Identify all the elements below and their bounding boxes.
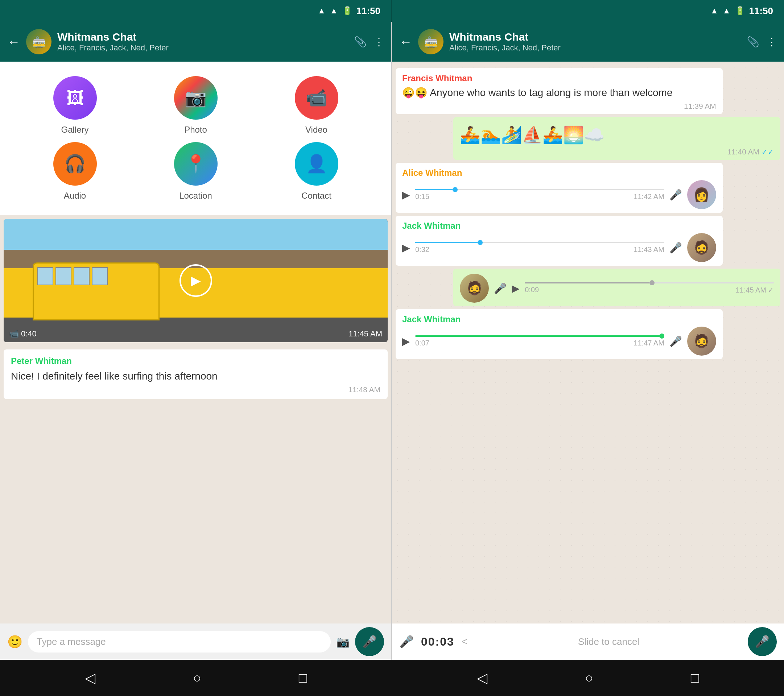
outgoing-audio-info: 0:09 11:45 AM ✓	[525, 286, 774, 295]
location-icon: 📍	[185, 154, 207, 174]
recents-nav-icon-right[interactable]: □	[691, 670, 699, 686]
attachment-icon-right[interactable]: 📎	[747, 36, 759, 48]
jack-audio-info-1: 0:32 11:43 AM	[415, 245, 664, 254]
more-icon-left[interactable]: ⋮	[374, 36, 384, 48]
attachment-gallery[interactable]: 🖼 Gallery	[39, 76, 111, 135]
photo-circle: 📷	[174, 76, 217, 120]
jack-avatar-2: 🧔	[687, 327, 716, 355]
recording-timer: 00:03	[421, 635, 455, 648]
header-icons-left: 📎 ⋮	[354, 36, 384, 48]
jack-play-btn-2[interactable]: ▶	[402, 335, 410, 347]
francis-message: Francis Whitman 😜😝 Anyone who wants to t…	[395, 68, 723, 114]
chat-title-left: Whitmans Chat	[57, 31, 348, 43]
jack-audio-player-2: ▶ 0:07 11:47 AM 🎤 🧔	[402, 327, 716, 355]
signal-icon-r: ▲	[723, 6, 731, 16]
attachment-contact[interactable]: 👤 Contact	[280, 142, 353, 201]
left-chat-header: ← 🚋 Whitmans Chat Alice, Francis, Jack, …	[0, 22, 391, 62]
alice-mic-icon: 🎤	[669, 189, 682, 201]
camera-button[interactable]: 📷	[336, 635, 349, 648]
attachment-video[interactable]: 📹 Video	[280, 76, 353, 135]
avatar-left: 🚋	[26, 29, 51, 54]
outgoing-audio-message: 🧔 🎤 ▶ 0:09 11:45 AM ✓	[453, 268, 781, 306]
emoji-button[interactable]: 🙂	[7, 634, 23, 649]
main-content: ← 🚋 Whitmans Chat Alice, Francis, Jack, …	[0, 22, 784, 660]
attachment-icon-left[interactable]: 📎	[354, 36, 367, 48]
time-left: 11:50	[356, 5, 381, 16]
attachment-menu: 🖼 Gallery 📷 Photo 📹 Video	[0, 62, 391, 216]
outgoing-time: 11:45 AM	[735, 286, 766, 295]
outgoing-mic-icon: 🎤	[494, 282, 507, 295]
gallery-circle: 🖼	[53, 76, 97, 120]
attachment-location[interactable]: 📍 Location	[160, 142, 232, 201]
recording-mic-icon: 🎤	[399, 635, 414, 648]
contact-circle: 👤	[295, 142, 338, 186]
bottom-nav-left: ◁ ○ □	[0, 670, 392, 686]
jack-mic-icon-1: 🎤	[669, 242, 682, 254]
back-button-right[interactable]: ←	[399, 34, 412, 49]
bottom-nav: ◁ ○ □ ◁ ○ □	[0, 660, 784, 696]
slide-to-cancel: Slide to cancel	[477, 636, 741, 647]
header-icons-right: 📎 ⋮	[747, 36, 777, 48]
recents-nav-icon-left[interactable]: □	[299, 670, 307, 686]
jack-sender-2: Jack Whitman	[402, 314, 716, 324]
video-thumbnail[interactable]: ▶ 📹 0:40 11:45 AM	[3, 219, 388, 342]
video-label: Video	[305, 125, 328, 135]
location-label: Location	[179, 191, 212, 201]
peter-sender-name: Peter Whitman	[11, 356, 380, 366]
video-circle: 📹	[295, 76, 338, 120]
chat-title-right: Whitmans Chat	[449, 31, 741, 43]
attachment-row-1: 🖼 Gallery 📷 Photo 📹 Video	[15, 76, 377, 135]
alice-duration: 0:15	[415, 193, 429, 201]
alice-progress-fill	[415, 189, 453, 190]
home-nav-icon-left[interactable]: ○	[193, 670, 201, 686]
francis-text: Anyone who wants to tag along is more th…	[430, 87, 672, 98]
mic-icon-right: 🎤	[755, 635, 769, 648]
avatar-right: 🚋	[418, 29, 443, 54]
jack-audio-player-1: ▶ 0:32 11:43 AM 🎤 🧔	[402, 233, 716, 262]
back-nav-icon-right[interactable]: ◁	[477, 670, 488, 686]
right-chat-header: ← 🚋 Whitmans Chat Alice, Francis, Jack, …	[392, 22, 784, 62]
attachment-row-2: 🎧 Audio 📍 Location 👤 Contact	[15, 142, 377, 201]
alice-audio-player: ▶ 0:15 11:42 AM 🎤 👩	[402, 180, 716, 209]
jack-play-btn-1[interactable]: ▶	[402, 242, 410, 254]
gallery-icon: 🖼	[66, 88, 84, 108]
video-time: 11:45 AM	[349, 329, 382, 339]
bottom-nav-right: ◁ ○ □	[392, 670, 784, 686]
jack-mic-icon-2: 🎤	[669, 335, 682, 347]
jack-progress-dot-2	[659, 334, 664, 339]
emoji-stickers: 🚣🏊🏄⛵🚣🌅☁️	[460, 122, 774, 148]
contact-label: Contact	[301, 191, 331, 201]
alice-play-btn[interactable]: ▶	[402, 189, 410, 201]
jack-progress-fill-2	[415, 335, 664, 337]
back-nav-icon-left[interactable]: ◁	[85, 670, 96, 686]
double-check-icon: ✓✓	[761, 148, 774, 156]
outgoing-play-btn[interactable]: ▶	[512, 282, 520, 295]
attachment-audio[interactable]: 🎧 Audio	[39, 142, 111, 201]
jack-duration-2: 0:07	[415, 339, 429, 347]
video-duration: 📹 0:40	[9, 329, 36, 339]
francis-time: 11:39 AM	[402, 102, 716, 110]
outgoing-audio-bar: 0:09 11:45 AM ✓	[525, 282, 774, 295]
header-info-left: Whitmans Chat Alice, Francis, Jack, Ned,…	[57, 31, 348, 53]
audio-label: Audio	[64, 191, 86, 201]
alice-avatar: 👩	[687, 180, 716, 209]
play-button-video[interactable]: ▶	[180, 264, 212, 297]
alice-progress-dot	[453, 187, 458, 192]
back-button-left[interactable]: ←	[7, 34, 20, 49]
time-right: 11:50	[749, 5, 774, 16]
photo-label: Photo	[184, 125, 207, 135]
home-nav-icon-right[interactable]: ○	[585, 670, 593, 686]
mic-button-right[interactable]: 🎤	[748, 627, 777, 656]
message-placeholder: Type a message	[36, 636, 106, 647]
francis-emojis: 😜😝 Anyone who wants to tag along is more…	[402, 86, 716, 100]
mic-button-left[interactable]: 🎤	[355, 627, 384, 656]
outgoing-progress-fill	[525, 282, 649, 283]
outgoing-duration: 0:09	[525, 286, 539, 295]
more-icon-right[interactable]: ⋮	[767, 36, 777, 48]
jack-time-1: 11:43 AM	[634, 245, 664, 254]
jack-audio-bar-2: 0:07 11:47 AM	[415, 335, 664, 347]
attachment-photo[interactable]: 📷 Photo	[160, 76, 232, 135]
alice-audio-bar: 0:15 11:42 AM	[415, 189, 664, 201]
message-input[interactable]: Type a message	[28, 631, 331, 653]
emoji-message-outgoing: 🚣🏊🏄⛵🚣🌅☁️ 11:40 AM ✓✓	[453, 117, 781, 160]
